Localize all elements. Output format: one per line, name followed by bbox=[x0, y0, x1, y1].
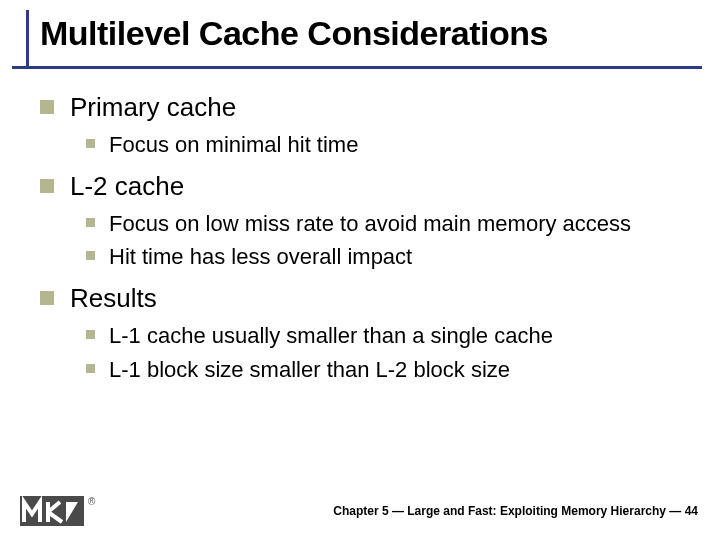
square-bullet-icon bbox=[86, 139, 95, 148]
sub-bullet-text: L-1 cache usually smaller than a single … bbox=[109, 322, 553, 350]
publisher-logo: ® bbox=[20, 496, 95, 526]
square-bullet-icon bbox=[86, 364, 95, 373]
square-bullet-icon bbox=[86, 218, 95, 227]
title-rule-horizontal bbox=[12, 66, 702, 69]
list-item: Focus on low miss rate to avoid main mem… bbox=[86, 210, 690, 238]
registered-icon: ® bbox=[88, 496, 95, 507]
sub-bullet-text: Hit time has less overall impact bbox=[109, 243, 412, 271]
list-item: Primary cache Focus on minimal hit time bbox=[40, 92, 690, 159]
list-item: L-1 block size smaller than L-2 block si… bbox=[86, 356, 690, 384]
footer-text: Chapter 5 — Large and Fast: Exploiting M… bbox=[333, 504, 698, 518]
bullet-label: L-2 cache bbox=[70, 171, 184, 202]
mk-logo-icon bbox=[20, 496, 84, 526]
square-bullet-icon bbox=[40, 179, 54, 193]
list-item: L-2 cache Focus on low miss rate to avoi… bbox=[40, 171, 690, 271]
square-bullet-icon bbox=[40, 291, 54, 305]
sub-bullet-text: L-1 block size smaller than L-2 block si… bbox=[109, 356, 510, 384]
list-item: Focus on minimal hit time bbox=[86, 131, 690, 159]
bullet-list: Primary cache Focus on minimal hit time … bbox=[40, 92, 690, 383]
bullet-label: Results bbox=[70, 283, 157, 314]
list-item: Results L-1 cache usually smaller than a… bbox=[40, 283, 690, 383]
sub-bullet-text: Focus on low miss rate to avoid main mem… bbox=[109, 210, 631, 238]
square-bullet-icon bbox=[86, 251, 95, 260]
list-item: Hit time has less overall impact bbox=[86, 243, 690, 271]
sub-bullet-text: Focus on minimal hit time bbox=[109, 131, 358, 159]
square-bullet-icon bbox=[86, 330, 95, 339]
square-bullet-icon bbox=[40, 100, 54, 114]
slide: Multilevel Cache Considerations Primary … bbox=[0, 0, 720, 540]
list-item: L-1 cache usually smaller than a single … bbox=[86, 322, 690, 350]
slide-title: Multilevel Cache Considerations bbox=[40, 14, 548, 53]
title-rule-vertical bbox=[26, 10, 29, 66]
bullet-label: Primary cache bbox=[70, 92, 236, 123]
content-area: Primary cache Focus on minimal hit time … bbox=[40, 92, 690, 395]
